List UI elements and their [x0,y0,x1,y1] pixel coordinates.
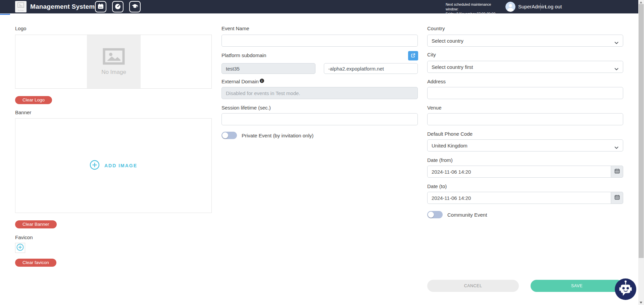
address-label: Address [427,79,446,84]
clear-logo-button[interactable]: Clear Logo [15,96,52,104]
date-to-label: Date (to) [427,183,447,189]
save-button[interactable]: SAVE [531,280,623,292]
private-event-row: Private Event (by invitation only) [221,132,313,139]
phone-code-label: Default Phone Code [427,131,473,137]
toggle-knob [222,132,228,138]
logo-dropzone[interactable]: No Image [15,35,212,89]
external-domain-label: External Domaini [221,79,264,84]
circle-plus-icon [16,244,24,252]
info-icon[interactable]: i [260,79,264,83]
toggle-knob [428,212,434,218]
dashboard-gauge-icon [114,3,121,11]
chevron-down-icon [614,40,618,46]
clear-favicon-button[interactable]: Clear favicon [15,259,56,267]
date-to-group [427,192,623,204]
session-lifetime-input[interactable] [221,113,418,125]
nav-dashboard-button[interactable] [112,1,123,12]
city-select[interactable]: Select country first [427,61,623,73]
date-to-input[interactable] [427,192,611,204]
add-image-label: ADD IMAGE [104,163,137,168]
education-cap-icon [132,3,138,11]
event-name-label: Event Name [221,26,249,31]
cancel-button[interactable]: CANCEL [427,280,519,292]
clear-banner-button[interactable]: Clear Banner [15,220,57,228]
private-event-toggle[interactable] [221,132,237,139]
date-from-picker-button[interactable] [611,166,623,178]
address-input[interactable] [427,87,623,99]
calendar-icon [97,3,104,11]
logout-button[interactable]: Log out [545,0,562,13]
progress-bar [0,14,10,15]
external-domain-label-text: External Domain [221,79,259,84]
scroll-down-arrow-icon[interactable] [640,302,642,304]
platform-subdomain-label: Platform subdomain [221,52,266,58]
logo-label: Logo [15,26,26,31]
logo-thumb-caption: No Image [18,9,23,11]
city-select-value: Select country first [428,64,473,70]
session-lifetime-label: Session lifetime (sec.) [221,105,271,111]
phone-code-select-value: United Kingdom [428,143,467,148]
external-domain-input [221,87,418,99]
scroll-up-arrow-icon[interactable] [640,1,642,3]
date-calendar-icon [614,168,620,175]
community-event-label: Community Event [447,212,487,218]
favicon-label: Favicon [15,234,33,240]
chatbot-button[interactable] [615,278,636,300]
country-label: Country [427,26,445,31]
navbar: No Image Management System Next schedule… [0,0,644,13]
nav-education-button[interactable] [129,1,141,12]
banner-label: Banner [15,110,31,115]
domain-suffix-input[interactable] [324,63,418,74]
phone-code-select[interactable]: United Kingdom [427,139,623,151]
nav-calendar-button[interactable] [95,1,106,12]
community-event-row: Community Event [427,211,487,218]
subdomain-input[interactable] [221,63,315,74]
event-settings-page: No Image Management System Next schedule… [0,0,644,305]
banner-dropzone: ADD IMAGE [15,118,212,213]
city-label: City [427,52,436,57]
venue-input[interactable] [427,113,623,125]
date-calendar-icon [614,194,620,201]
maintenance-line1: Next scheduled maintenance window: [446,2,503,11]
no-image-icon [103,48,125,66]
event-name-input[interactable] [221,35,418,47]
open-platform-link-button[interactable] [408,51,418,60]
no-image-icon [17,2,24,9]
app-logo-thumbnail: No Image [15,1,27,12]
maintenance-line2: Friday 8 November 07:00-09:00 GMT [446,11,503,21]
country-select-value: Select country [428,38,463,44]
add-image-button[interactable]: ADD IMAGE [15,119,211,213]
robot-chat-icon [615,278,636,301]
date-from-input[interactable] [427,166,611,178]
community-event-toggle[interactable] [427,211,443,218]
app-title: Management System [30,0,95,13]
country-select[interactable]: Select country [427,35,623,47]
favicon-add-button[interactable] [15,243,25,253]
venue-label: Venue [427,105,442,111]
date-from-group [427,166,623,178]
no-image-text: No Image [101,69,126,76]
vertical-scrollbar[interactable] [638,0,644,305]
logo-no-image-panel: No Image [87,35,141,88]
chevron-down-icon [614,66,618,72]
maintenance-notice: Next scheduled maintenance window: Frida… [446,2,503,21]
date-from-label: Date (from) [427,157,453,163]
scrollbar-thumb[interactable] [639,4,644,258]
chevron-down-icon [614,144,618,150]
user-avatar-icon[interactable] [505,2,515,12]
nav-divider [540,3,541,10]
external-link-icon [411,53,415,59]
date-to-picker-button[interactable] [611,192,623,204]
private-event-label: Private Event (by invitation only) [242,133,313,138]
circle-plus-icon [90,160,100,171]
user-name[interactable]: SuperAdmin [518,0,546,13]
